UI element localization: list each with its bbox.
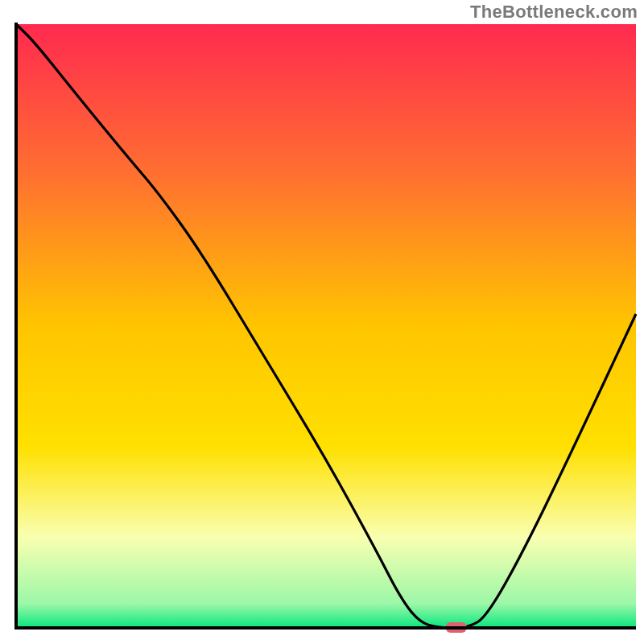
chart-background-gradient	[16, 24, 636, 628]
bottleneck-chart	[0, 0, 644, 644]
watermark-text: TheBottleneck.com	[470, 2, 638, 23]
chart-container: { "watermark": "TheBottleneck.com", "cha…	[0, 0, 644, 644]
